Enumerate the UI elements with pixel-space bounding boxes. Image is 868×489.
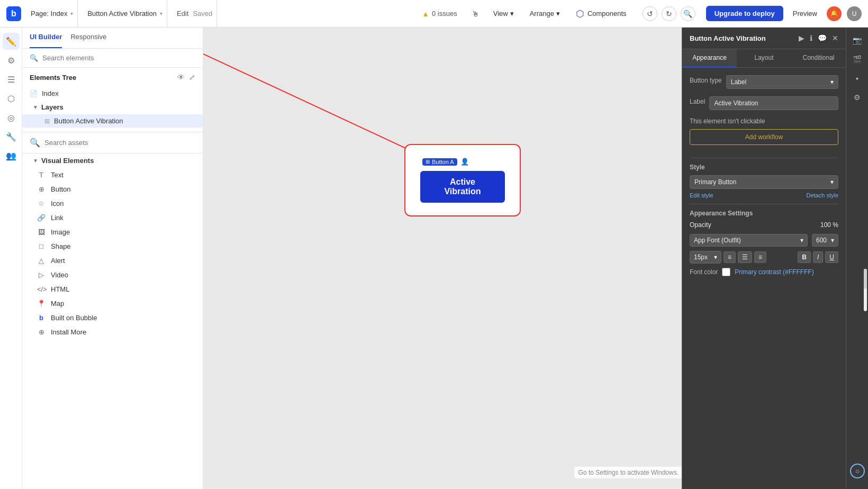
visual-elements-section-header[interactable]: ▼ Visual Elements — [22, 153, 203, 168]
rp-font-size-select[interactable]: 15px ▾ — [690, 251, 721, 264]
rp-tab-layout[interactable]: Layout — [737, 49, 791, 67]
collaborate-rail-icon[interactable]: 👥 — [3, 147, 20, 164]
cursor-tool-icon[interactable]: 🖱 — [468, 6, 483, 21]
rp-font-select[interactable]: App Font (Outfit) ▾ — [690, 234, 808, 247]
rp-opacity-value[interactable]: 100 % — [820, 221, 838, 229]
search-elements-input[interactable] — [42, 54, 195, 62]
elements-tree-header: Elements Tree 👁 ⤢ — [22, 68, 203, 87]
rp-close-icon[interactable]: ✕ — [832, 34, 838, 42]
plugins-rail-icon[interactable]: ⬡ — [3, 90, 20, 107]
data-rail-icon[interactable]: ⚙ — [3, 52, 20, 69]
ve-icon[interactable]: ☆ Icon — [22, 196, 203, 211]
canvas-active-vibration-button[interactable]: Active Vibration — [420, 171, 505, 203]
rp-align-left-button[interactable]: ≡ — [724, 251, 736, 263]
rp-header-icons: ▶ ℹ 💬 ✕ — [799, 34, 838, 42]
re-dots-icon[interactable]: ⊙ — [850, 464, 865, 478]
components-menu[interactable]: ⬡ Components — [571, 8, 632, 20]
ve-button-label: Button — [51, 185, 71, 193]
ui-builder-rail-icon[interactable]: ✏️ — [3, 33, 20, 50]
re-settings-icon[interactable]: ⚙ — [850, 90, 865, 105]
rp-font-color-label: Font color — [690, 268, 718, 276]
icon-icon: ☆ — [37, 200, 46, 207]
tab-ui-builder[interactable]: UI Builder — [30, 28, 62, 48]
rp-size-chevron-icon: ▾ — [714, 253, 717, 261]
ve-image[interactable]: 🖼 Image — [22, 225, 203, 239]
ve-install-more[interactable]: ⊕ Install More — [22, 325, 203, 339]
rp-detach-style-link[interactable]: Detach style — [806, 192, 838, 198]
layers-label: Layers — [41, 103, 64, 111]
re-video-icon[interactable]: 🎬 — [850, 52, 865, 67]
breadcrumb[interactable]: Button Active Vibration ▾ — [83, 0, 167, 27]
rp-style-link-row: Edit style Detach style — [690, 192, 838, 198]
settings-rail-icon[interactable]: ◎ — [3, 109, 20, 126]
ve-html[interactable]: </> HTML — [22, 282, 203, 296]
rp-italic-button[interactable]: I — [813, 251, 823, 263]
canvas[interactable]: ⊞ Button A 👤 Active Vibration — [203, 28, 682, 489]
saved-label: Saved — [193, 10, 212, 17]
undo-icon[interactable]: ↺ — [643, 6, 657, 21]
ve-map[interactable]: 📍 Map — [22, 296, 203, 311]
rp-tab-appearance[interactable]: Appearance — [682, 49, 737, 67]
ve-alert[interactable]: △ Alert — [22, 253, 203, 268]
user-avatar[interactable]: U — [847, 6, 862, 21]
arrange-menu[interactable]: Arrange ▾ — [525, 10, 565, 17]
sidebar-tabs: UI Builder Responsive — [22, 28, 203, 49]
rp-appearance-settings: Appearance Settings Opacity 100 % App Fo… — [690, 210, 838, 276]
canvas-button-badge-text: Button A — [432, 159, 454, 165]
view-menu[interactable]: View ▾ — [488, 10, 519, 17]
rp-underline-button[interactable]: U — [825, 251, 838, 263]
rp-button-type-select[interactable]: Label ▾ — [726, 75, 838, 89]
add-workflow-button[interactable]: Add workflow — [690, 129, 838, 145]
map-icon: 📍 — [37, 300, 46, 307]
rp-align-center-button[interactable]: ☰ — [738, 251, 752, 263]
re-panel-icon[interactable]: ▪ — [850, 71, 865, 86]
rp-font-color-link[interactable]: Primary contrast (#FFFFFF) — [735, 268, 813, 276]
expand-icon[interactable]: ⤢ — [189, 73, 195, 82]
search-icon[interactable]: 🔍 — [681, 6, 695, 21]
rp-tab-conditional[interactable]: Conditional — [791, 49, 846, 67]
rp-font-row: App Font (Outfit) ▾ 600 ▾ — [690, 234, 838, 247]
ve-shape-label: Shape — [51, 242, 71, 250]
redo-icon[interactable]: ↻ — [662, 6, 676, 21]
html-icon: </> — [37, 285, 46, 293]
ve-html-label: HTML — [51, 285, 69, 293]
issues-indicator[interactable]: ▲ 0 issues — [417, 10, 463, 18]
ve-text[interactable]: T Text — [22, 168, 203, 182]
rp-button-type-value: Label — [731, 78, 746, 86]
ve-button[interactable]: ⊕ Button — [22, 182, 203, 196]
canvas-button-container[interactable]: ⊞ Button A 👤 Active Vibration — [404, 144, 521, 216]
rp-body: Button type Label ▾ Label Active Vibrati… — [682, 68, 846, 489]
image-icon: 🖼 — [37, 228, 46, 236]
page-selector[interactable]: Page: Index ▾ — [26, 0, 78, 27]
tree-header-icons: 👁 ⤢ — [177, 73, 195, 82]
rp-font-weight-value: 600 — [816, 237, 827, 244]
design-rail-icon[interactable]: ☰ — [3, 71, 20, 88]
search-assets-input[interactable] — [44, 139, 195, 147]
rp-info-icon[interactable]: ℹ — [810, 34, 812, 42]
tree-item-button-active-vibration[interactable]: ⊞ Button Active Vibration — [22, 114, 203, 128]
tab-responsive[interactable]: Responsive — [70, 28, 106, 48]
rp-label-input[interactable]: Active Vibration — [709, 96, 838, 110]
rp-label-group: Label Active Vibration — [690, 96, 838, 110]
rp-align-right-button[interactable]: ≡ — [754, 251, 766, 263]
deploy-rail-icon[interactable]: 🔧 — [3, 128, 20, 145]
preview-button[interactable]: Preview — [789, 10, 821, 17]
rp-play-icon[interactable]: ▶ — [799, 34, 804, 42]
notifications-icon[interactable]: 🔔 — [827, 6, 842, 21]
rp-font-color-swatch[interactable] — [722, 268, 730, 276]
rp-style-select[interactable]: Primary Button ▾ — [690, 175, 838, 189]
ve-built-on-bubble[interactable]: b Built on Bubble — [22, 311, 203, 325]
rp-edit-style-link[interactable]: Edit style — [690, 192, 713, 198]
ve-shape[interactable]: □ Shape — [22, 239, 203, 253]
rp-bold-button[interactable]: B — [798, 251, 811, 263]
ve-link[interactable]: 🔗 Link — [22, 211, 203, 225]
tree-section-layers[interactable]: ▼ Layers — [22, 100, 203, 114]
rp-font-weight-select[interactable]: 600 ▾ — [812, 234, 838, 247]
re-camera-icon[interactable]: 📷 — [850, 33, 865, 48]
tree-item-index[interactable]: 📄 Index — [22, 87, 203, 100]
rp-not-clickable-text: This element isn't clickable — [690, 117, 838, 125]
ve-video[interactable]: ▷ Video — [22, 268, 203, 282]
rp-comment-icon[interactable]: 💬 — [818, 34, 827, 42]
eye-icon[interactable]: 👁 — [177, 73, 185, 82]
deploy-button[interactable]: Upgrade to deploy — [706, 6, 783, 21]
